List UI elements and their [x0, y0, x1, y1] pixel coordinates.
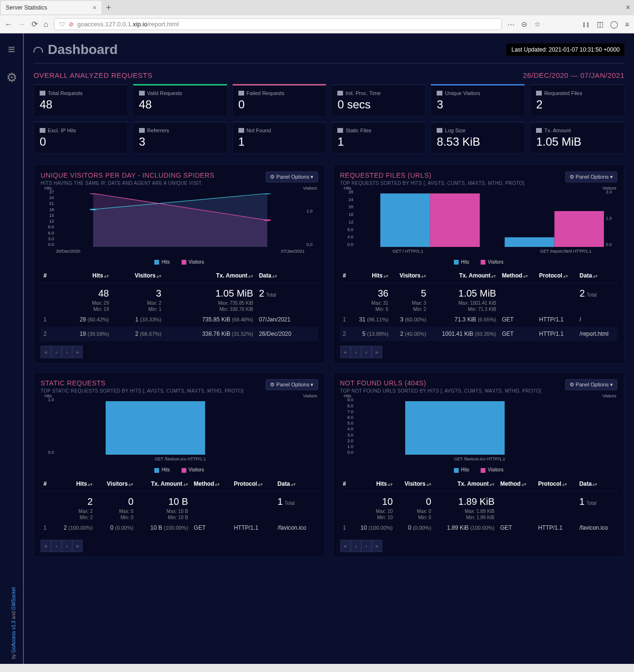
stat-init-proc: Init. Proc. Time0 secs — [331, 84, 426, 117]
panel-visitors: UNIQUE VISITORS PER DAY - INCLUDING SPID… — [33, 164, 325, 363]
page-last[interactable]: » — [72, 346, 83, 358]
tab-close-icon[interactable]: × — [93, 4, 97, 11]
page-title: Dashboard — [33, 42, 118, 57]
static-table: #Hits▴▾Visitors▴▾Tx. Amount▴▾Method▴▾Pro… — [41, 477, 318, 535]
new-tab-button[interactable]: + — [106, 3, 111, 13]
menu-icon[interactable]: ≡ — [625, 20, 629, 28]
files-table: #Hits▴▾Visitors▴▾Tx. Amount▴▾Method▴▾Pro… — [340, 268, 618, 341]
panel-options-button[interactable]: ⚙ Panel Options ▾ — [565, 171, 617, 182]
browser-close-icon[interactable]: × — [626, 3, 630, 12]
page-first[interactable]: « — [41, 540, 51, 552]
page-first[interactable]: « — [41, 346, 51, 358]
tracking-icon[interactable]: ⊘ — [69, 21, 74, 28]
home-button[interactable]: ⌂ — [43, 20, 48, 29]
static-chart: HitsVisitors 1.00.0 GET /favicon.ico HTT… — [42, 397, 317, 464]
page-last[interactable]: » — [372, 540, 382, 552]
svg-rect-8 — [380, 193, 430, 247]
gauge-icon — [33, 47, 43, 53]
credits: by GoAccess v1.3 and GWSocket — [11, 587, 16, 659]
panel-options-button[interactable]: ⚙ Panel Options ▾ — [266, 171, 318, 182]
stat-failed-requests: Failed Requests0 — [232, 84, 327, 117]
page-prev[interactable]: ‹ — [51, 540, 62, 552]
forward-button[interactable]: → — [18, 20, 26, 29]
page-prev[interactable]: ‹ — [351, 540, 361, 552]
page-next[interactable]: › — [62, 346, 72, 358]
gwsocket-link[interactable]: GWSocket — [11, 587, 16, 610]
stat-log-size: Log Size8.53 KiB — [430, 121, 525, 154]
stat-tx-amount: Tx. Amount1.05 MiB — [530, 121, 624, 154]
bookmark-icon[interactable]: ☆ — [534, 20, 540, 29]
more-icon[interactable]: ⋯ — [507, 20, 515, 29]
pager: «‹›» — [41, 346, 318, 358]
panel-static: STATIC REQUESTSTOP STATIC REQUESTS SORTE… — [33, 372, 325, 557]
panel-options-button[interactable]: ⚙ Panel Options ▾ — [266, 379, 318, 390]
panel-files: REQUESTED FILES (URLS)TOP REQUESTS SORTE… — [333, 164, 625, 363]
browser-tab-bar: Server Statistics × + × — [0, 0, 634, 15]
sidebar-icon[interactable]: ◫ — [597, 20, 603, 29]
page-prev[interactable]: ‹ — [351, 346, 361, 358]
stat-unique-visitors: Unique Visitors3 — [430, 84, 525, 117]
reload-button[interactable]: ⟳ — [32, 20, 38, 29]
svg-rect-9 — [430, 193, 480, 247]
svg-rect-10 — [505, 237, 554, 247]
page-next[interactable]: › — [62, 540, 72, 552]
back-button[interactable]: ← — [5, 20, 12, 29]
stat-not-found: Not Found1 — [232, 121, 327, 154]
browser-tab[interactable]: Server Statistics × — [1, 1, 101, 14]
pager: «‹›» — [340, 540, 618, 552]
account-icon[interactable]: ◯ — [610, 20, 618, 29]
left-rail: ≡ ⚙ — [0, 33, 24, 664]
panel-options-button[interactable]: ⚙ Panel Options ▾ — [565, 379, 617, 390]
svg-rect-11 — [554, 211, 604, 247]
library-icon[interactable]: ⫿⫿ — [582, 20, 590, 28]
shield-icon[interactable]: 🛡 — [59, 21, 65, 28]
stats-grid: Total Requests48 Valid Requests48 Failed… — [33, 84, 624, 154]
date-range: 26/DEC/2020 — 07/JAN/2021 — [523, 71, 624, 79]
url-text: goaccess.127.0.0.1.xip.io/report.html — [77, 21, 179, 28]
stat-static-files: Static Files1 — [331, 121, 426, 154]
pager: «‹›» — [340, 346, 618, 358]
svg-point-7 — [264, 219, 271, 221]
stat-requested-files: Requested Files2 — [530, 84, 624, 117]
stat-total-requests: Total Requests48 — [33, 84, 128, 117]
page-first[interactable]: « — [340, 346, 351, 358]
visitors-chart: Hits Visitors 2724211815129.06.03.00.0 1… — [42, 190, 317, 256]
reader-icon[interactable]: ⊝ — [521, 20, 527, 29]
last-updated: Last Updated: 2021-01-07 10:31:50 +0000 — [506, 43, 624, 56]
pager: «‹›» — [41, 540, 318, 552]
page-last[interactable]: » — [72, 540, 83, 552]
hamburger-icon[interactable]: ≡ — [8, 42, 15, 57]
goaccess-link[interactable]: GoAccess — [11, 631, 16, 653]
svg-rect-12 — [106, 401, 205, 455]
files-chart: Hits Visitors 28242016128.04.00.0 2.01.0… — [341, 190, 617, 256]
svg-rect-13 — [405, 401, 505, 455]
page-last[interactable]: » — [372, 346, 382, 358]
visitors-table: #Hits▴▾Visitors▴▾Tx. Amount▴▾Data▴▾ 4831… — [41, 268, 318, 341]
overall-title: OVERALL ANALYZED REQUESTS — [33, 71, 152, 79]
stat-referrers: Referrers3 — [133, 121, 227, 154]
tab-title: Server Statistics — [6, 4, 47, 11]
page-first[interactable]: « — [340, 540, 351, 552]
stat-valid-requests: Valid Requests48 — [133, 84, 227, 117]
page-next[interactable]: › — [361, 346, 372, 358]
page-prev[interactable]: ‹ — [51, 346, 62, 358]
url-bar[interactable]: 🛡 ⊘ goaccess.127.0.0.1.xip.io/report.htm… — [54, 18, 502, 30]
gear-icon[interactable]: ⚙ — [6, 70, 17, 85]
panel-notfound: NOT FOUND URLS (404S)TOP NOT FOUND URLS … — [333, 372, 625, 557]
svg-point-4 — [89, 209, 97, 210]
notfound-chart: HitsVisitors 9.08.07.06.05.04.03.02.01.0… — [341, 397, 617, 464]
browser-nav-bar: ← → ⟳ ⌂ 🛡 ⊘ goaccess.127.0.0.1.xip.io/re… — [0, 15, 634, 33]
stat-excl-ip: Excl. IP Hits0 — [33, 121, 128, 154]
notfound-table: #Hits▴▾Visitors▴▾Tx. Amount▴▾Method▴▾Pro… — [340, 477, 618, 535]
page-next[interactable]: › — [361, 540, 372, 552]
